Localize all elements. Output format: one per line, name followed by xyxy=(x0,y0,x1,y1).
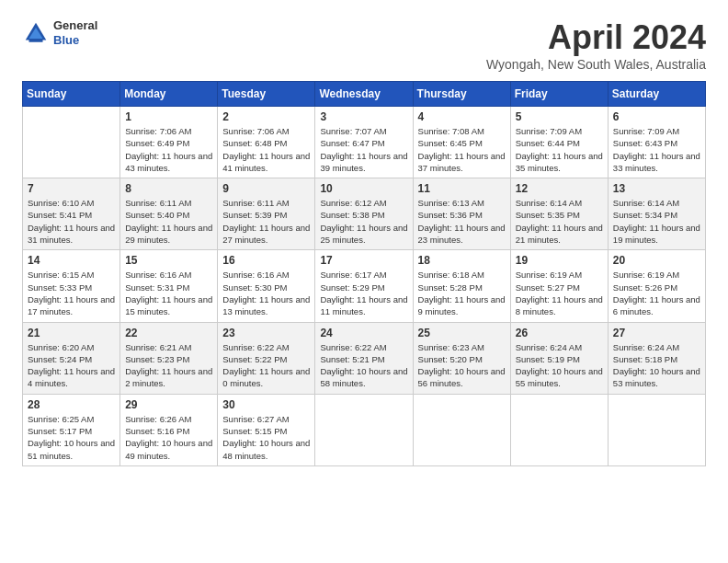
weekday-header-monday: Monday xyxy=(120,82,218,107)
calendar-day-cell: 29Sunrise: 6:26 AM Sunset: 5:16 PM Dayli… xyxy=(120,394,218,465)
calendar-day-cell xyxy=(510,394,608,465)
day-number: 1 xyxy=(125,110,212,123)
day-info: Sunrise: 6:11 AM Sunset: 5:40 PM Dayligh… xyxy=(125,197,212,246)
day-number: 19 xyxy=(516,254,603,267)
day-info: Sunrise: 6:22 AM Sunset: 5:22 PM Dayligh… xyxy=(222,341,310,390)
day-number: 2 xyxy=(222,110,310,123)
day-number: 21 xyxy=(28,327,115,339)
logo-icon xyxy=(22,19,50,47)
calendar-day-cell: 12Sunrise: 6:14 AM Sunset: 5:35 PM Dayli… xyxy=(510,178,608,250)
calendar-day-cell: 20Sunrise: 6:19 AM Sunset: 5:26 PM Dayli… xyxy=(608,250,705,322)
calendar-day-cell: 4Sunrise: 7:08 AM Sunset: 6:45 PM Daylig… xyxy=(413,107,510,178)
calendar-body: 1Sunrise: 7:06 AM Sunset: 6:49 PM Daylig… xyxy=(23,107,706,466)
calendar-day-cell: 1Sunrise: 7:06 AM Sunset: 6:49 PM Daylig… xyxy=(120,107,218,178)
day-number: 4 xyxy=(418,110,506,123)
calendar-week-row: 14Sunrise: 6:15 AM Sunset: 5:33 PM Dayli… xyxy=(23,250,706,322)
calendar-day-cell: 19Sunrise: 6:19 AM Sunset: 5:27 PM Dayli… xyxy=(510,250,608,322)
day-info: Sunrise: 6:16 AM Sunset: 5:31 PM Dayligh… xyxy=(125,269,212,317)
calendar-day-cell: 9Sunrise: 6:11 AM Sunset: 5:39 PM Daylig… xyxy=(218,178,315,250)
day-info: Sunrise: 7:08 AM Sunset: 6:45 PM Dayligh… xyxy=(418,125,506,174)
day-info: Sunrise: 6:16 AM Sunset: 5:30 PM Dayligh… xyxy=(222,269,310,317)
day-info: Sunrise: 7:09 AM Sunset: 6:43 PM Dayligh… xyxy=(613,125,700,174)
day-info: Sunrise: 6:11 AM Sunset: 5:39 PM Dayligh… xyxy=(222,197,310,246)
day-number: 14 xyxy=(28,254,115,267)
day-info: Sunrise: 6:10 AM Sunset: 5:41 PM Dayligh… xyxy=(28,197,115,246)
day-number: 18 xyxy=(418,254,506,267)
title-block: April 2024 Wyongah, New South Wales, Aus… xyxy=(486,18,706,72)
day-info: Sunrise: 7:06 AM Sunset: 6:48 PM Dayligh… xyxy=(222,125,310,174)
day-number: 25 xyxy=(418,327,506,339)
calendar-day-cell: 3Sunrise: 7:07 AM Sunset: 6:47 PM Daylig… xyxy=(315,107,413,178)
weekday-header-wednesday: Wednesday xyxy=(315,82,413,107)
calendar-day-cell: 27Sunrise: 6:24 AM Sunset: 5:18 PM Dayli… xyxy=(608,322,705,394)
day-number: 27 xyxy=(613,327,700,339)
svg-rect-2 xyxy=(29,39,43,42)
calendar-week-row: 1Sunrise: 7:06 AM Sunset: 6:49 PM Daylig… xyxy=(23,107,706,178)
calendar-day-cell: 15Sunrise: 6:16 AM Sunset: 5:31 PM Dayli… xyxy=(120,250,218,322)
day-info: Sunrise: 6:27 AM Sunset: 5:15 PM Dayligh… xyxy=(222,413,310,462)
day-number: 28 xyxy=(28,398,115,411)
calendar-day-cell: 14Sunrise: 6:15 AM Sunset: 5:33 PM Dayli… xyxy=(23,250,120,322)
day-number: 9 xyxy=(222,182,310,195)
logo-general: General xyxy=(53,18,97,33)
calendar-day-cell: 18Sunrise: 6:18 AM Sunset: 5:28 PM Dayli… xyxy=(413,250,510,322)
weekday-header-thursday: Thursday xyxy=(413,82,510,107)
day-info: Sunrise: 6:12 AM Sunset: 5:38 PM Dayligh… xyxy=(320,197,407,246)
day-info: Sunrise: 6:17 AM Sunset: 5:29 PM Dayligh… xyxy=(320,269,407,317)
calendar-day-cell xyxy=(413,394,510,465)
calendar-day-cell xyxy=(608,394,705,465)
weekday-header-sunday: Sunday xyxy=(23,82,120,107)
calendar-day-cell: 13Sunrise: 6:14 AM Sunset: 5:34 PM Dayli… xyxy=(608,178,705,250)
calendar-table: SundayMondayTuesdayWednesdayThursdayFrid… xyxy=(22,81,706,466)
day-info: Sunrise: 6:13 AM Sunset: 5:36 PM Dayligh… xyxy=(418,197,506,246)
calendar-day-cell: 5Sunrise: 7:09 AM Sunset: 6:44 PM Daylig… xyxy=(510,107,608,178)
weekday-header-row: SundayMondayTuesdayWednesdayThursdayFrid… xyxy=(23,82,706,107)
day-number: 17 xyxy=(320,254,407,267)
day-info: Sunrise: 6:14 AM Sunset: 5:34 PM Dayligh… xyxy=(613,197,700,246)
calendar-day-cell: 17Sunrise: 6:17 AM Sunset: 5:29 PM Dayli… xyxy=(315,250,413,322)
day-number: 8 xyxy=(125,182,212,195)
day-info: Sunrise: 6:24 AM Sunset: 5:18 PM Dayligh… xyxy=(613,341,700,390)
day-number: 10 xyxy=(320,182,407,195)
calendar-day-cell: 22Sunrise: 6:21 AM Sunset: 5:23 PM Dayli… xyxy=(120,322,218,394)
calendar-week-row: 28Sunrise: 6:25 AM Sunset: 5:17 PM Dayli… xyxy=(23,394,706,465)
calendar-day-cell xyxy=(315,394,413,465)
day-info: Sunrise: 6:21 AM Sunset: 5:23 PM Dayligh… xyxy=(125,341,212,390)
calendar-week-row: 21Sunrise: 6:20 AM Sunset: 5:24 PM Dayli… xyxy=(23,322,706,394)
day-info: Sunrise: 6:25 AM Sunset: 5:17 PM Dayligh… xyxy=(28,413,115,462)
location: Wyongah, New South Wales, Australia xyxy=(486,57,706,72)
calendar-day-cell: 7Sunrise: 6:10 AM Sunset: 5:41 PM Daylig… xyxy=(23,178,120,250)
day-number: 6 xyxy=(613,110,700,123)
month-year: April 2024 xyxy=(486,18,706,57)
day-info: Sunrise: 6:19 AM Sunset: 5:27 PM Dayligh… xyxy=(516,269,603,317)
logo: General Blue xyxy=(22,18,97,47)
logo-blue: Blue xyxy=(53,33,97,48)
calendar-day-cell: 6Sunrise: 7:09 AM Sunset: 6:43 PM Daylig… xyxy=(608,107,705,178)
day-info: Sunrise: 6:18 AM Sunset: 5:28 PM Dayligh… xyxy=(418,269,506,317)
day-number: 11 xyxy=(418,182,506,195)
day-info: Sunrise: 6:15 AM Sunset: 5:33 PM Dayligh… xyxy=(28,269,115,317)
calendar-day-cell: 10Sunrise: 6:12 AM Sunset: 5:38 PM Dayli… xyxy=(315,178,413,250)
day-number: 12 xyxy=(516,182,603,195)
calendar-day-cell: 16Sunrise: 6:16 AM Sunset: 5:30 PM Dayli… xyxy=(218,250,315,322)
day-number: 24 xyxy=(320,327,407,339)
calendar-day-cell: 24Sunrise: 6:22 AM Sunset: 5:21 PM Dayli… xyxy=(315,322,413,394)
calendar-day-cell: 30Sunrise: 6:27 AM Sunset: 5:15 PM Dayli… xyxy=(218,394,315,465)
day-info: Sunrise: 6:26 AM Sunset: 5:16 PM Dayligh… xyxy=(125,413,212,462)
day-info: Sunrise: 6:14 AM Sunset: 5:35 PM Dayligh… xyxy=(516,197,603,246)
weekday-header-friday: Friday xyxy=(510,82,608,107)
calendar-day-cell: 2Sunrise: 7:06 AM Sunset: 6:48 PM Daylig… xyxy=(218,107,315,178)
day-info: Sunrise: 6:23 AM Sunset: 5:20 PM Dayligh… xyxy=(418,341,506,390)
logo-text: General Blue xyxy=(53,18,97,47)
calendar-day-cell: 23Sunrise: 6:22 AM Sunset: 5:22 PM Dayli… xyxy=(218,322,315,394)
day-number: 22 xyxy=(125,327,212,339)
weekday-header-saturday: Saturday xyxy=(608,82,705,107)
day-number: 30 xyxy=(222,398,310,411)
day-info: Sunrise: 6:22 AM Sunset: 5:21 PM Dayligh… xyxy=(320,341,407,390)
calendar-day-cell: 8Sunrise: 6:11 AM Sunset: 5:40 PM Daylig… xyxy=(120,178,218,250)
day-info: Sunrise: 6:20 AM Sunset: 5:24 PM Dayligh… xyxy=(28,341,115,390)
calendar-day-cell: 11Sunrise: 6:13 AM Sunset: 5:36 PM Dayli… xyxy=(413,178,510,250)
calendar-day-cell: 28Sunrise: 6:25 AM Sunset: 5:17 PM Dayli… xyxy=(23,394,120,465)
day-number: 20 xyxy=(613,254,700,267)
day-number: 13 xyxy=(613,182,700,195)
